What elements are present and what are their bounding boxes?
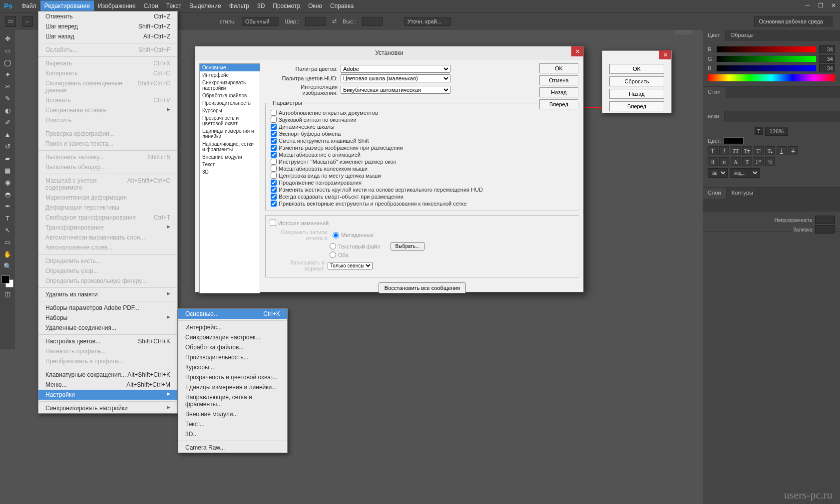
menu-help[interactable]: Справка [326,0,358,11]
marquee-tool-icon[interactable]: ▭ [5,16,16,27]
popup-forward-button[interactable]: Вперед [609,101,664,111]
popup-close-button[interactable]: ✕ [659,50,671,59]
quick-mask-icon[interactable]: ◫ [2,288,13,299]
picker-select[interactable]: Adobe [341,65,450,73]
menu-item[interactable]: Очистить [38,115,177,125]
st-button[interactable]: st [719,157,729,166]
submenu-item[interactable]: Направляющие, сетка и фрагменты... [178,392,287,409]
prefs-category-item[interactable]: Производительность [200,99,260,107]
italic-button[interactable]: T [719,146,729,155]
filter-adjust-icon[interactable] [727,201,737,210]
healing-brush-tool-icon[interactable]: ◐ [2,105,13,116]
submenu-item[interactable]: Прозрачность и цветовой охват... [178,372,287,382]
menu-select[interactable]: Выделение [185,0,225,11]
menu-item[interactable]: Меню...Alt+Shift+Ctrl+M [38,380,177,390]
menu-item[interactable]: Определить узор... [38,266,177,276]
submenu-item[interactable]: Интерфейс... [178,322,287,332]
height-input[interactable] [362,17,383,26]
underline-button[interactable]: T [777,146,787,155]
history-brush-tool-icon[interactable]: ↺ [2,141,13,152]
menu-item[interactable]: ВырезатьCtrl+X [38,58,177,68]
workspace-select[interactable]: Основная рабочая среда [754,16,833,26]
hud-select[interactable]: Цветовая шкала (маленькая) [341,74,450,82]
menu-item[interactable]: Свободное трансформированиеCtrl+T [38,213,177,223]
subscript-button[interactable]: T₁ [765,146,775,155]
menu-item[interactable]: Шаг назадAlt+Ctrl+Z [38,31,177,41]
filter-pixel-icon[interactable] [716,201,726,210]
b-slider[interactable] [717,65,816,71]
text-color-swatch[interactable] [724,137,744,144]
pref-checkbox[interactable] [271,173,277,179]
dodge-tool-icon[interactable]: ◓ [2,189,13,200]
menu-item[interactable]: ОтменитьCtrl+Z [38,11,177,21]
pref-checkbox[interactable] [271,180,277,186]
menu-item[interactable]: Скопировать совмещенные данныеShift+Ctrl… [38,78,177,95]
menu-item[interactable]: Масштаб с учетом содержимогоAlt+Shift+Ct… [38,176,177,193]
refine-edge-button[interactable]: Уточн. край... [404,17,451,26]
prefs-category-item[interactable]: 3D [200,168,260,176]
submenu-item[interactable]: Единицы измерения и линейки... [178,382,287,392]
submenu-item[interactable]: Курсоры... [178,362,287,372]
prefs-category-item[interactable]: Интерфейс [200,71,260,79]
b-value[interactable]: 34 [819,64,835,72]
selection-mode-new[interactable]: ▫ [22,16,33,27]
submenu-item[interactable]: Текст... [178,419,287,429]
menu-item[interactable]: Проверка орфографии... [38,129,177,139]
radio-both[interactable] [330,252,336,258]
menu-item[interactable]: Клавиатурные сокращения...Alt+Shift+Ctrl… [38,370,177,380]
ad-button[interactable]: A [731,157,741,166]
radio-textfile[interactable] [330,243,336,250]
menu-item[interactable]: КопироватьCtrl+C [38,68,177,78]
menu-item[interactable]: Определить произвольную фигуру... [38,276,177,286]
submenu-item[interactable]: Производительность... [178,352,287,362]
bold-button[interactable]: T [708,146,718,155]
width-input[interactable] [305,17,326,26]
submenu-item[interactable]: Обработка файлов... [178,342,287,352]
foreground-color[interactable] [1,275,9,283]
menu-item[interactable]: Удаленные соединения... [38,323,177,333]
style-select[interactable]: Обычный [242,17,279,26]
pref-checkbox[interactable] [271,145,277,151]
menu-item[interactable]: Настройки▶ [38,390,177,400]
pref-checkbox[interactable] [271,166,277,172]
gradient-tool-icon[interactable]: ▦ [2,165,13,176]
entries-select[interactable]: Только сеансы [328,262,373,269]
tab-brushes[interactable]: иски [703,111,725,122]
menu-text[interactable]: Текст [162,0,185,11]
zoom-tool-icon[interactable]: 🔍 [2,260,13,271]
allcaps-button[interactable]: TT [731,146,741,155]
smallcaps-button[interactable]: Tᴛ [742,146,752,155]
menu-item[interactable]: Поиск и замена текста... [38,139,177,149]
choose-button[interactable]: Выбрать... [391,242,425,251]
tab-styles[interactable]: Стил [703,87,726,98]
prefs-category-item[interactable]: Курсоры [200,107,260,114]
prefs-category-item[interactable]: Синхронизировать настройки [200,79,260,92]
pref-checkbox[interactable] [271,201,277,207]
minimize-button[interactable]: ─ [801,0,814,11]
prefs-category-item[interactable]: Единицы измерения и линейки [200,127,260,140]
filter-type-icon[interactable] [738,201,748,210]
menu-item[interactable]: Наборы▶ [38,313,177,323]
r-value[interactable]: 34 [819,45,835,53]
prefs-category-item[interactable]: Основные [200,64,260,71]
t1-button[interactable]: T [742,157,752,166]
interp-select[interactable]: Бикубическая автоматическая [341,86,450,94]
g-slider[interactable] [717,56,816,62]
menu-3d[interactable]: 3D [253,0,269,11]
brush-tool-icon[interactable]: ✐ [2,117,13,128]
eyedropper-tool-icon[interactable]: ✎ [2,93,13,104]
pref-checkbox[interactable] [271,124,277,130]
prefs-category-item[interactable]: Прозрачность и цветовой охват [200,114,260,127]
menu-item[interactable]: Шаг впередShift+Ctrl+Z [38,21,177,31]
back-button[interactable]: Назад [539,87,578,97]
radio-metadata[interactable] [333,232,339,239]
menu-item[interactable]: Наборы параметров Adobe PDF... [38,303,177,313]
submenu-item[interactable]: 3D... [178,429,287,439]
type-tool-icon[interactable]: T [2,213,13,224]
menu-window[interactable]: Окно [304,0,326,11]
popup-back-button[interactable]: Назад [609,89,664,99]
submenu-item[interactable]: Синхронизация настроек... [178,332,287,342]
menu-item[interactable]: Преобразовать в профиль... [38,356,177,366]
close-button[interactable]: ✕ [827,0,840,11]
g-value[interactable]: 34 [819,55,835,63]
